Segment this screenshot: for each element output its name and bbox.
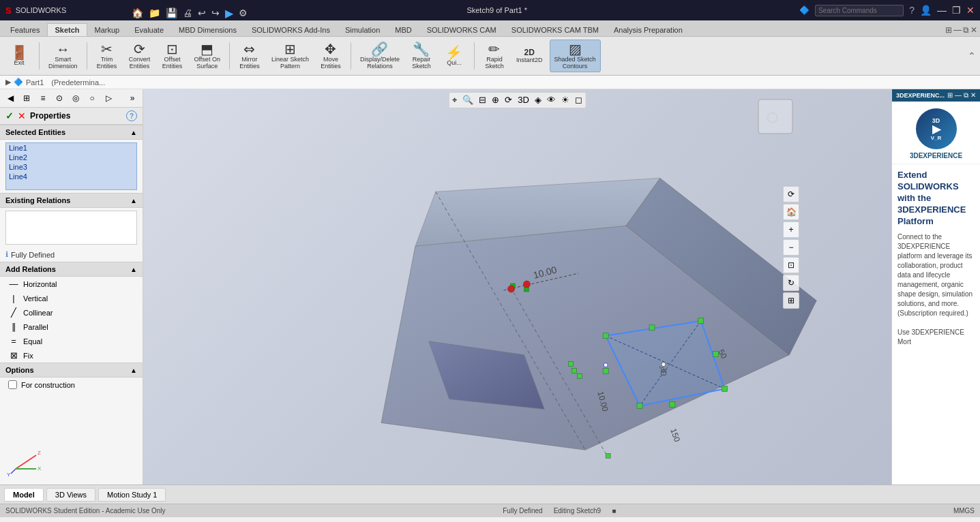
tab-3d-views[interactable]: 3D Views: [46, 488, 95, 502]
convert-label: ConvertEntities: [129, 56, 151, 70]
offset-on-surface-btn[interactable]: ⬒ Offset OnSurface: [190, 40, 224, 72]
tab-mbd-dim[interactable]: MBD Dimensions: [171, 23, 244, 36]
tab-model[interactable]: Model: [4, 488, 44, 502]
print-btn[interactable]: 🖨: [181, 6, 194, 20]
fm-tab-5[interactable]: ◎: [68, 91, 83, 106]
linear-pattern-btn[interactable]: ⊞ Linear SketchPattern: [267, 40, 313, 72]
vp-rotate-view-btn[interactable]: ↻: [783, 275, 799, 291]
rp-float-icon[interactable]: ⧉: [964, 91, 968, 99]
tab-sketch[interactable]: Sketch: [47, 23, 87, 36]
relation-parallel[interactable]: ∥ Parallel: [0, 320, 143, 334]
fm-tab-6[interactable]: ○: [85, 91, 100, 106]
add-relations-section[interactable]: Add Relations ▲: [0, 262, 143, 277]
panel-min-icon[interactable]: —: [953, 25, 962, 35]
redo-btn[interactable]: ↪: [210, 6, 221, 20]
panel-grid-icon[interactable]: ⊞: [945, 25, 952, 35]
constraint-marker-br: [722, 386, 728, 392]
panel-close-icon[interactable]: ✕: [970, 25, 977, 35]
rp-min-icon[interactable]: —: [955, 91, 962, 99]
search-input[interactable]: [815, 5, 904, 16]
new-btn[interactable]: 🏠: [130, 6, 145, 20]
breadcrumb-arrow[interactable]: ▶: [5, 78, 11, 87]
exp-content[interactable]: Extend SOLIDWORKS with the 3DEXPERIENCE …: [892, 164, 980, 352]
vp-home-btn[interactable]: 🏠: [783, 204, 799, 220]
shaded-sketch-btn[interactable]: ▨ Shaded SketchContours: [550, 40, 601, 72]
tab-motion-study[interactable]: Motion Study 1: [98, 488, 166, 502]
tab-features[interactable]: Features: [3, 23, 47, 36]
move-entities-btn[interactable]: ✥ MoveEntities: [316, 40, 346, 72]
vp-zoom-in-btn[interactable]: +: [783, 221, 799, 238]
instant2d-btn[interactable]: 2D Instant2D: [512, 40, 547, 72]
rp-close-icon[interactable]: ✕: [970, 91, 976, 99]
viewport[interactable]: ⌖ 🔍 ⊟ ⊕ ⟳ 3D ◈ 👁 ☀ ◻: [143, 89, 891, 485]
entity-line2[interactable]: Line2: [6, 153, 136, 162]
fm-tab-1[interactable]: ◀: [3, 91, 18, 106]
relation-horizontal[interactable]: — Horizontal: [0, 277, 143, 291]
mirror-entities-btn[interactable]: ⇔ MirrorEntities: [235, 40, 265, 72]
offset-entities-btn[interactable]: ⊡ OffsetEntities: [158, 40, 188, 72]
fm-tab-2[interactable]: ⊞: [19, 91, 34, 106]
trim-entities-btn[interactable]: ✂ TrimEntities: [92, 40, 122, 72]
display-delete-relations-btn[interactable]: 🔗 Display/DeleteRelations: [356, 40, 404, 72]
rp-grid-icon[interactable]: ⊞: [947, 91, 953, 99]
relation-vertical[interactable]: | Vertical: [0, 291, 143, 305]
restore-button[interactable]: ❐: [952, 5, 961, 16]
existing-relations-section[interactable]: Existing Relations ▲: [0, 193, 143, 208]
selected-entities-section[interactable]: Selected Entities ▲: [0, 125, 143, 140]
relation-fix[interactable]: ⊠ Fix: [0, 348, 143, 363]
shaded-sketch-label: Shaded SketchContours: [554, 56, 596, 70]
options-section[interactable]: Options ▲: [0, 363, 143, 378]
exit-btn[interactable]: 🚪 Exit: [4, 40, 34, 72]
vp-rotate-btn[interactable]: ⟳: [783, 186, 799, 202]
play-btn[interactable]: ▶: [224, 5, 235, 21]
repair-sketch-btn[interactable]: 🔧 RepairSketch: [406, 40, 436, 72]
entity-line3[interactable]: Line3: [6, 162, 136, 172]
quick-snap-btn[interactable]: ⚡ Qui...: [439, 40, 469, 72]
tab-analysis[interactable]: Analysis Preparation: [606, 23, 690, 36]
tab-evaluate[interactable]: Evaluate: [127, 23, 171, 36]
tab-sw-cam-tbm[interactable]: SOLIDWORKS CAM TBM: [504, 23, 606, 36]
tab-mbd[interactable]: MBD: [387, 23, 419, 36]
ribbon-expand-icon[interactable]: ⌃: [968, 50, 976, 61]
undo-btn[interactable]: ↩: [196, 6, 207, 20]
properties-titlebar: ✓ ✕ Properties ?: [0, 108, 143, 125]
relation-equal[interactable]: = Equal: [0, 334, 143, 348]
fm-expand[interactable]: »: [125, 91, 140, 106]
for-construction-checkbox[interactable]: [8, 380, 17, 389]
exit-icon: 🚪: [11, 46, 28, 59]
vp-zoom-out-btn[interactable]: −: [783, 239, 799, 256]
entity-line1[interactable]: Line1: [6, 143, 136, 153]
tab-simulation[interactable]: Simulation: [338, 23, 387, 36]
help-icon[interactable]: ?: [909, 5, 915, 16]
fm-tab-4[interactable]: ⊙: [52, 91, 67, 106]
tab-sw-cam[interactable]: SOLIDWORKS CAM: [419, 23, 504, 36]
relation-collinear[interactable]: ╱ Collinear: [0, 305, 143, 320]
save-btn[interactable]: 💾: [164, 6, 179, 20]
properties-help-icon[interactable]: ?: [126, 110, 137, 121]
smart-dimension-btn[interactable]: ↔ SmartDimension: [44, 40, 82, 72]
rapid-sketch-btn[interactable]: ✏ RapidSketch: [479, 40, 509, 72]
convert-entities-btn[interactable]: ⟳ ConvertEntities: [125, 40, 155, 72]
vp-layers-btn[interactable]: ⊞: [783, 292, 799, 309]
rapid-sketch-icon: ✏: [488, 42, 500, 56]
exp-logo-circle: 3D ▶ V_R: [916, 108, 957, 149]
user-icon[interactable]: 👤: [920, 5, 932, 16]
horizontal-icon: —: [8, 279, 19, 289]
properties-cancel-btn[interactable]: ✕: [18, 110, 26, 121]
options-btn[interactable]: ⚙: [237, 6, 249, 20]
breadcrumb-part: Part1: [26, 78, 44, 87]
tab-sw-addins[interactable]: SOLIDWORKS Add-Ins: [244, 23, 338, 36]
open-btn[interactable]: 📁: [147, 6, 162, 20]
svg-point-34: [604, 363, 608, 367]
vp-fit-btn[interactable]: ⊡: [783, 257, 799, 273]
minimize-button[interactable]: —: [937, 5, 947, 16]
entity-line4[interactable]: Line4: [6, 172, 136, 181]
tab-markup[interactable]: Markup: [87, 23, 128, 36]
fm-tab-7[interactable]: ▷: [101, 91, 116, 106]
properties-accept-btn[interactable]: ✓: [5, 110, 14, 121]
panel-float-icon[interactable]: ⧉: [963, 25, 969, 35]
fm-tab-3[interactable]: ≡: [35, 91, 50, 106]
nav-cube[interactable]: ⬡: [755, 96, 796, 137]
move-label: MoveEntities: [321, 56, 341, 70]
close-button[interactable]: ✕: [966, 5, 975, 16]
